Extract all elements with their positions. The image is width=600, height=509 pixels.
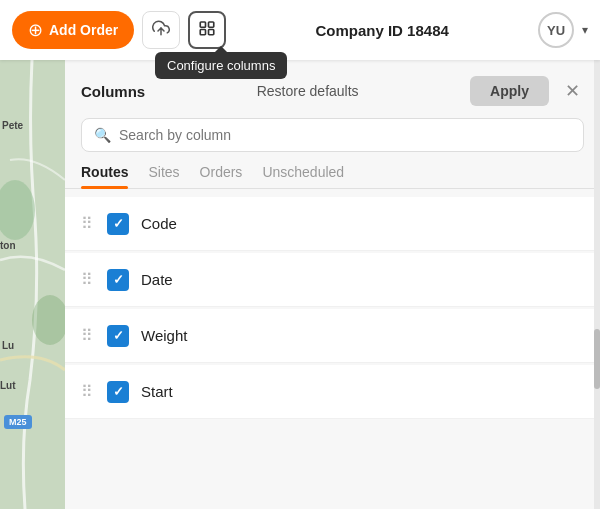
upload-button[interactable] xyxy=(142,11,180,49)
column-item-date: ⠿ ✓ Date xyxy=(65,253,600,307)
column-name-date: Date xyxy=(141,271,173,288)
configure-columns-button[interactable] xyxy=(188,11,226,49)
column-list: ⠿ ✓ Code ⠿ ✓ Date ⠿ ✓ Weight xyxy=(65,197,600,509)
header: ⊕ Add Order Company ID 18484 YU ▾ xyxy=(0,0,600,60)
checkbox-date[interactable]: ✓ xyxy=(107,269,129,291)
tab-routes[interactable]: Routes xyxy=(81,164,128,188)
column-item-code: ⠿ ✓ Code xyxy=(65,197,600,251)
chevron-down-icon[interactable]: ▾ xyxy=(582,23,588,37)
drag-handle-start[interactable]: ⠿ xyxy=(81,384,95,400)
map-label-pete: Pete xyxy=(2,120,23,131)
svg-rect-4 xyxy=(200,30,205,35)
column-name-start: Start xyxy=(141,383,173,400)
drag-handle-date[interactable]: ⠿ xyxy=(81,272,95,288)
checkbox-weight[interactable]: ✓ xyxy=(107,325,129,347)
search-input[interactable] xyxy=(119,127,571,143)
plus-icon: ⊕ xyxy=(28,19,43,41)
search-bar: 🔍 xyxy=(81,118,584,152)
avatar-initials: YU xyxy=(547,23,565,38)
columns-panel: Columns Restore defaults Apply ✕ 🔍 Route… xyxy=(65,60,600,509)
avatar: YU xyxy=(538,12,574,48)
panel-header: Columns Restore defaults Apply ✕ xyxy=(65,60,600,118)
configure-columns-icon xyxy=(198,19,216,41)
column-name-weight: Weight xyxy=(141,327,187,344)
column-item-start: ⠿ ✓ Start xyxy=(65,365,600,419)
apply-button[interactable]: Apply xyxy=(470,76,549,106)
map-label-lu: Lu xyxy=(2,340,14,351)
map-badge-m25: M25 xyxy=(4,415,32,429)
check-icon-start: ✓ xyxy=(113,384,124,399)
tab-orders[interactable]: Orders xyxy=(200,164,243,188)
check-icon-date: ✓ xyxy=(113,272,124,287)
drag-handle-code[interactable]: ⠿ xyxy=(81,216,95,232)
svg-rect-2 xyxy=(209,22,214,27)
map-label-lut: Lut xyxy=(0,380,16,391)
drag-handle-weight[interactable]: ⠿ xyxy=(81,328,95,344)
map-label-ton: ton xyxy=(0,240,16,251)
scrollbar-thumb[interactable] xyxy=(594,329,600,389)
main-area: Pete ton Lu Lut M25 Columns Restore defa… xyxy=(0,60,600,509)
tabs: Routes Sites Orders Unscheduled xyxy=(65,164,600,189)
add-order-label: Add Order xyxy=(49,22,118,38)
svg-rect-1 xyxy=(200,22,205,27)
column-name-code: Code xyxy=(141,215,177,232)
checkbox-start[interactable]: ✓ xyxy=(107,381,129,403)
upload-icon xyxy=(152,19,170,41)
check-icon-weight: ✓ xyxy=(113,328,124,343)
panel-title: Columns xyxy=(81,83,145,100)
configure-columns-tooltip: Configure columns xyxy=(155,52,287,79)
search-icon: 🔍 xyxy=(94,127,111,143)
scrollbar-track xyxy=(594,60,600,509)
check-icon-code: ✓ xyxy=(113,216,124,231)
add-order-button[interactable]: ⊕ Add Order xyxy=(12,11,134,49)
tab-sites[interactable]: Sites xyxy=(148,164,179,188)
tooltip-text: Configure columns xyxy=(167,58,275,73)
restore-defaults-button[interactable]: Restore defaults xyxy=(157,83,458,99)
map-area: Pete ton Lu Lut M25 xyxy=(0,60,65,509)
checkbox-code[interactable]: ✓ xyxy=(107,213,129,235)
tab-unscheduled[interactable]: Unscheduled xyxy=(262,164,344,188)
svg-rect-3 xyxy=(209,30,214,35)
column-item-weight: ⠿ ✓ Weight xyxy=(65,309,600,363)
close-button[interactable]: ✕ xyxy=(561,82,584,100)
company-id-label: Company ID 18484 xyxy=(234,22,530,39)
